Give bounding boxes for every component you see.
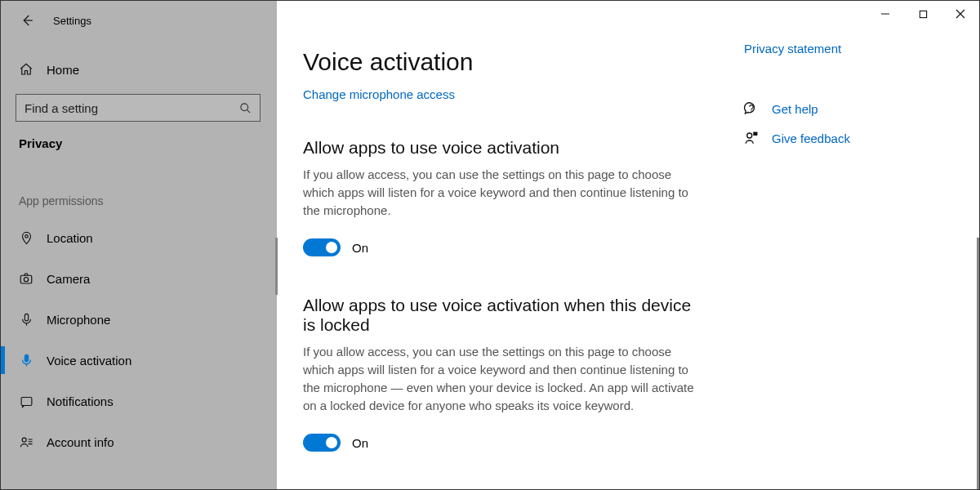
main-content: Voice activation Change microphone acces… <box>277 1 979 489</box>
sidebar: Settings Home Privacy App permissions <box>1 1 277 489</box>
change-mic-access-link[interactable]: Change microphone access <box>303 87 455 101</box>
sidebar-item-notifications[interactable]: Notifications <box>1 381 277 421</box>
feedback-icon <box>744 131 759 145</box>
svg-point-0 <box>241 103 248 110</box>
svg-point-8 <box>751 110 752 112</box>
toggle-label: On <box>352 241 368 255</box>
back-button[interactable] <box>11 13 43 28</box>
home-nav[interactable]: Home <box>1 51 277 87</box>
svg-rect-4 <box>24 314 28 321</box>
svg-point-7 <box>22 438 26 442</box>
get-help-icon <box>744 101 759 116</box>
search-box[interactable] <box>16 94 261 122</box>
sidebar-item-account-info[interactable]: Account info <box>1 421 277 462</box>
get-help-link[interactable]: Get help <box>772 102 818 116</box>
section1-desc: If you allow access, you can use the set… <box>303 166 695 219</box>
svg-rect-6 <box>21 397 32 405</box>
category-label: Privacy <box>1 122 277 155</box>
privacy-statement-link[interactable]: Privacy statement <box>744 42 932 56</box>
home-label: Home <box>47 63 79 77</box>
home-icon <box>19 62 33 77</box>
voice-activation-toggle[interactable] <box>303 238 341 256</box>
svg-rect-5 <box>24 354 28 362</box>
close-button[interactable] <box>942 1 979 27</box>
svg-rect-11 <box>920 11 926 17</box>
sidebar-item-label: Camera <box>47 272 90 286</box>
scrollbar[interactable] <box>977 238 979 489</box>
sidebar-scrollbar[interactable] <box>275 238 278 295</box>
section2-desc: If you allow access, you can use the set… <box>303 343 695 414</box>
section2-title: Allow apps to use voice activation when … <box>303 296 695 335</box>
search-icon <box>239 102 252 114</box>
section-header: App permissions <box>1 155 277 217</box>
svg-point-3 <box>24 278 28 282</box>
svg-point-9 <box>747 133 752 138</box>
microphone-icon <box>19 313 33 327</box>
sidebar-item-microphone[interactable]: Microphone <box>1 299 277 340</box>
section1-title: Allow apps to use voice activation <box>303 138 695 158</box>
sidebar-item-location[interactable]: Location <box>1 217 277 258</box>
window-title: Settings <box>53 15 91 27</box>
svg-rect-2 <box>20 275 32 283</box>
svg-point-1 <box>24 234 28 238</box>
sidebar-item-voice-activation[interactable]: Voice activation <box>1 340 277 381</box>
sidebar-item-label: Voice activation <box>47 354 131 368</box>
account-info-icon <box>19 435 33 449</box>
svg-rect-10 <box>753 132 757 136</box>
sidebar-item-label: Account info <box>47 435 114 449</box>
maximize-button[interactable] <box>904 1 942 27</box>
sidebar-item-label: Notifications <box>47 394 114 408</box>
camera-icon <box>19 271 33 286</box>
voice-activation-locked-toggle[interactable] <box>303 434 341 452</box>
toggle-label: On <box>352 436 368 450</box>
give-feedback-link[interactable]: Give feedback <box>772 131 850 145</box>
sidebar-item-camera[interactable]: Camera <box>1 258 277 299</box>
location-icon <box>19 231 33 245</box>
voice-activation-icon <box>19 354 33 368</box>
search-input[interactable] <box>24 101 237 115</box>
minimize-button[interactable] <box>866 1 904 27</box>
sidebar-item-label: Location <box>47 231 93 245</box>
sidebar-item-label: Microphone <box>47 313 110 327</box>
notifications-icon <box>19 394 33 408</box>
